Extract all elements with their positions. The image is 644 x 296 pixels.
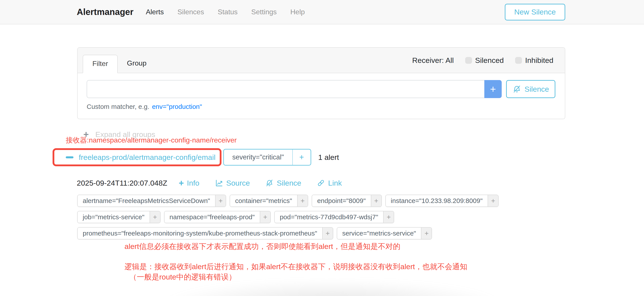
add-label-filter-button[interactable]: + bbox=[297, 195, 308, 206]
silence-filter-label: Silence bbox=[524, 85, 549, 94]
bell-slash-icon bbox=[265, 179, 274, 187]
source-link[interactable]: Source bbox=[215, 179, 250, 187]
add-matcher-button[interactable]: + bbox=[484, 80, 502, 98]
annotation-logic-note: 逻辑是：接收器收到alert后进行通知，如果alert不在接收器下，说明接收器没… bbox=[124, 262, 467, 272]
bell-slash-icon bbox=[512, 85, 521, 94]
inhibited-checkbox[interactable] bbox=[515, 57, 522, 64]
label-text[interactable]: endpoint="8009" bbox=[312, 195, 371, 206]
label-text[interactable]: namespace="freeleaps-prod" bbox=[164, 211, 260, 223]
alert-labels: alertname="FreeleapsMetricsServiceDown" … bbox=[77, 194, 498, 240]
add-label-filter-button[interactable]: + bbox=[383, 211, 394, 223]
group-matcher-chip: severity="critical" + bbox=[223, 149, 311, 166]
permalink-label: Link bbox=[328, 179, 342, 187]
alert-meta-row: 2025-09-24T11:20:07.048Z + Info Source S… bbox=[77, 178, 357, 187]
label-text[interactable]: container="metrics" bbox=[230, 195, 297, 206]
label-text[interactable]: alertname="FreeleapsMetricsServiceDown" bbox=[78, 195, 215, 206]
nav-alerts[interactable]: Alerts bbox=[146, 8, 164, 16]
tab-group[interactable]: Group bbox=[118, 55, 156, 73]
filter-card: Filter Group Receiver: All Silenced Inhi… bbox=[77, 47, 565, 119]
matcher-helper: Custom matcher, e.g.env="production" bbox=[87, 103, 555, 110]
add-label-filter-button[interactable]: + bbox=[371, 195, 382, 206]
silenced-label[interactable]: Silenced bbox=[475, 56, 504, 65]
silenced-checkbox[interactable] bbox=[465, 57, 472, 64]
plus-icon: + bbox=[178, 178, 184, 187]
receiver-filter[interactable]: Receiver: All bbox=[412, 56, 454, 65]
alert-label-chip: job="metrics-service" + bbox=[77, 211, 160, 223]
app-brand[interactable]: Alertmanager bbox=[77, 7, 134, 17]
alert-count: 1 alert bbox=[318, 153, 339, 162]
add-group-matcher-button[interactable]: + bbox=[292, 150, 310, 165]
label-row: alertname="FreeleapsMetricsServiceDown" … bbox=[77, 194, 498, 207]
filter-tabs: Filter Group bbox=[83, 55, 156, 73]
label-row: prometheus="freeleaps-monitoring-system/… bbox=[77, 227, 498, 240]
info-toggle[interactable]: + Info bbox=[178, 178, 199, 187]
alert-label-chip: alertname="FreeleapsMetricsServiceDown" … bbox=[77, 194, 226, 207]
annotation-highlight-box: freeleaps-prod/alertmanager-config/email bbox=[52, 148, 222, 166]
new-silence-button[interactable]: New Silence bbox=[505, 4, 565, 20]
label-text[interactable]: service="metrics-service" bbox=[337, 228, 421, 239]
receiver-group-name: freeleaps-prod/alertmanager-config/email bbox=[79, 153, 216, 162]
silence-filter-button[interactable]: Silence bbox=[506, 80, 555, 98]
source-label: Source bbox=[226, 179, 250, 187]
alert-label-chip: pod="metrics-77d9cdb497-wdsj7" + bbox=[274, 211, 394, 223]
label-text[interactable]: instance="10.233.98.209:8009" bbox=[386, 195, 488, 206]
alert-label-chip: prometheus="freeleaps-monitoring-system/… bbox=[77, 227, 333, 240]
label-row: job="metrics-service" + namespace="freel… bbox=[77, 211, 498, 223]
add-label-filter-button[interactable]: + bbox=[322, 228, 333, 239]
silence-alert-button[interactable]: Silence bbox=[265, 179, 301, 187]
add-label-filter-button[interactable]: + bbox=[150, 211, 160, 223]
navbar: Alertmanager Alerts Silences Status Sett… bbox=[0, 0, 644, 24]
alert-group-row: freeleaps-prod/alertmanager-config/email… bbox=[52, 148, 339, 166]
bottom-smudge bbox=[160, 280, 504, 296]
receiver-group-toggle[interactable]: freeleaps-prod/alertmanager-config/email bbox=[66, 153, 216, 162]
tab-filter[interactable]: Filter bbox=[83, 55, 118, 73]
add-label-filter-button[interactable]: + bbox=[421, 228, 432, 239]
filter-options: Receiver: All Silenced Inhibited bbox=[412, 56, 554, 65]
label-text[interactable]: prometheus="freeleaps-monitoring-system/… bbox=[78, 228, 322, 239]
matcher-helper-text: Custom matcher, e.g. bbox=[87, 103, 149, 110]
matcher-input[interactable] bbox=[87, 80, 484, 98]
annotation-receiver-note: 接收器:namespace/altermanager-config-name/r… bbox=[66, 136, 237, 145]
alert-label-chip: container="metrics" + bbox=[230, 194, 308, 207]
alert-label-chip: instance="10.233.98.209:8009" + bbox=[385, 194, 498, 207]
alert-label-chip: namespace="freeleaps-prod" + bbox=[164, 211, 271, 223]
matcher-input-group: + Silence bbox=[87, 80, 555, 98]
alertmanager-page: Alertmanager Alerts Silences Status Sett… bbox=[0, 0, 644, 296]
minus-icon bbox=[66, 156, 74, 158]
alert-timestamp: 2025-09-24T11:20:07.048Z bbox=[77, 179, 167, 187]
filter-card-body: + Silence Custom matcher, e.g.env="produ… bbox=[78, 73, 565, 110]
main-nav: Alerts Silences Status Settings Help bbox=[146, 8, 305, 16]
annotation-config-note: alert信息必须在接收器下才表示配置成功，否则即使能看到alert，但是通知是… bbox=[124, 242, 400, 252]
inhibited-label[interactable]: Inhibited bbox=[525, 56, 554, 65]
nav-settings[interactable]: Settings bbox=[251, 8, 277, 16]
label-text[interactable]: job="metrics-service" bbox=[78, 211, 150, 223]
nav-silences[interactable]: Silences bbox=[178, 8, 204, 16]
permalink[interactable]: Link bbox=[317, 179, 342, 187]
group-matcher-label[interactable]: severity="critical" bbox=[224, 150, 292, 165]
silence-alert-label: Silence bbox=[277, 179, 301, 187]
add-label-filter-button[interactable]: + bbox=[260, 211, 270, 223]
nav-help[interactable]: Help bbox=[290, 8, 305, 16]
label-text[interactable]: pod="metrics-77d9cdb497-wdsj7" bbox=[275, 211, 383, 223]
matcher-example-link[interactable]: env="production" bbox=[152, 103, 202, 110]
link-icon bbox=[317, 179, 325, 187]
alert-label-chip: endpoint="8009" + bbox=[312, 194, 382, 207]
add-label-filter-button[interactable]: + bbox=[215, 195, 226, 206]
alert-label-chip: service="metrics-service" + bbox=[337, 227, 432, 240]
nav-status[interactable]: Status bbox=[218, 8, 238, 16]
add-label-filter-button[interactable]: + bbox=[488, 195, 498, 206]
info-label: Info bbox=[187, 179, 200, 187]
chart-line-icon bbox=[215, 179, 223, 187]
filter-card-header: Filter Group Receiver: All Silenced Inhi… bbox=[78, 48, 565, 73]
